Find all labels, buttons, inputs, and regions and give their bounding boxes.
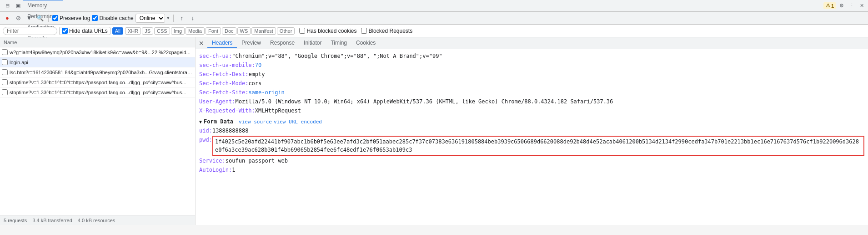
- detail-tab-cookies[interactable]: Cookies: [351, 38, 380, 48]
- detail-tab-timing[interactable]: Timing: [326, 38, 351, 48]
- main-layout: Name w?g=iaht49pw9heymq2p020ha3xhw18kike…: [0, 37, 868, 225]
- header-value: cors: [248, 79, 261, 87]
- devtools-left-icons: ⊟ ▣: [3, 1, 23, 10]
- filter-type-font[interactable]: Font: [206, 27, 221, 35]
- detail-tab-preview[interactable]: Preview: [237, 38, 266, 48]
- blocked-requests-label[interactable]: Blocked Requests: [361, 28, 412, 34]
- detail-content: sec-ch-ua: "Chromium";v="88", "Google Ch…: [196, 49, 868, 225]
- more-menu-icon[interactable]: ⋮: [847, 1, 856, 10]
- funnel-button[interactable]: ▼: [25, 14, 34, 23]
- blocked-requests-checkbox[interactable]: [361, 28, 367, 34]
- detail-tab-initiator[interactable]: Initiator: [299, 38, 326, 48]
- warning-count: 1: [831, 3, 834, 9]
- record-button[interactable]: ●: [3, 14, 12, 23]
- undock-icon[interactable]: ⊟: [3, 1, 12, 10]
- header-row: X-Requested-With: XMLHttpRequest: [199, 107, 864, 115]
- header-value: XMLHttpRequest: [255, 107, 301, 115]
- filter-type-js[interactable]: JS: [142, 27, 153, 35]
- request-item[interactable]: login.api: [0, 57, 195, 67]
- headers-list: sec-ch-ua: "Chromium";v="88", "Google Ch…: [199, 52, 864, 115]
- toolbar-separator-2: [173, 15, 174, 22]
- triangle-icon: ▼: [199, 119, 202, 124]
- blocked-requests-text: Blocked Requests: [368, 28, 412, 34]
- view-url-encoded-link[interactable]: view URL encoded: [274, 119, 322, 125]
- toolbar-separator-1: [48, 15, 49, 22]
- request-count: 5 requests: [4, 218, 27, 223]
- request-item[interactable]: lsc.htm?r=16142306581 84&g=iaht49pw9heym…: [0, 67, 195, 77]
- filter-all-button[interactable]: All: [112, 27, 123, 35]
- network-toolbar: ● ⊘ ▼ 🔍 Preserve log Disable cache Onlin…: [0, 12, 868, 25]
- header-name: sec-ch-ua-mobile:: [199, 61, 255, 69]
- devtools-tab-memory[interactable]: Memory: [23, 0, 63, 11]
- form-data-section[interactable]: ▼ Form Data view source view URL encoded: [199, 118, 864, 125]
- filter-type-xhr[interactable]: XHR: [125, 27, 141, 35]
- settings-icon[interactable]: ⚙: [837, 1, 846, 10]
- detail-tab-response[interactable]: Response: [266, 38, 299, 48]
- filter-type-doc[interactable]: Doc: [222, 27, 236, 35]
- header-value: ?0: [255, 61, 261, 69]
- has-blocked-cookies-text: Has blocked cookies: [306, 28, 356, 34]
- devtools-right-icons: ⚠ 1 ⚙ ⋮ ✕: [823, 1, 866, 10]
- form-data-field-name: uid:: [199, 127, 212, 135]
- warning-badge: ⚠ 1: [823, 2, 836, 9]
- left-panel: Name w?g=iaht49pw9heymq2p020ha3xhw18kike…: [0, 37, 196, 225]
- request-name: login.api: [10, 60, 193, 65]
- disable-cache-label[interactable]: Disable cache: [92, 15, 133, 21]
- filter-type-css[interactable]: CSS: [154, 27, 170, 35]
- header-value: "Chromium";v="88", "Google Chrome";v="88…: [232, 52, 442, 60]
- detail-tab-headers[interactable]: Headers: [207, 38, 237, 48]
- disable-cache-text: Disable cache: [99, 15, 133, 21]
- hide-data-urls-checkbox[interactable]: [62, 28, 68, 34]
- request-item[interactable]: stoptime?v=1.33^b=1^f=0^l=https://passpo…: [0, 77, 195, 87]
- search-button[interactable]: 🔍: [35, 14, 45, 23]
- close-devtools-icon[interactable]: ✕: [857, 1, 866, 10]
- header-value: empty: [248, 70, 265, 78]
- header-name: Sec-Fetch-Dest:: [199, 70, 248, 78]
- disable-cache-checkbox[interactable]: [92, 15, 98, 21]
- hide-data-urls-label[interactable]: Hide data URLs: [59, 27, 110, 35]
- preserve-log-checkbox[interactable]: [52, 15, 58, 21]
- request-item[interactable]: stoptime?v=1.33^b=1^f=0^l=https://passpo…: [0, 87, 195, 97]
- has-blocked-cookies-label[interactable]: Has blocked cookies: [299, 28, 356, 34]
- has-blocked-cookies-checkbox[interactable]: [299, 28, 305, 34]
- close-detail-button[interactable]: ✕: [197, 39, 206, 47]
- request-name: stoptime?v=1.33^b=1^f=0^l=https://passpo…: [10, 90, 193, 95]
- request-checkbox[interactable]: [2, 89, 8, 95]
- filter-input[interactable]: [3, 27, 57, 35]
- filter-type-ws[interactable]: WS: [237, 27, 251, 35]
- form-data-field-value: 13888888888: [212, 127, 248, 135]
- filter-type-other[interactable]: Other: [277, 27, 295, 35]
- password-value-highlighted: 1f4025c5e20afd22441bf907abc1b6b0f5e63ee7…: [212, 136, 864, 156]
- filter-type-manifest[interactable]: Manifest: [251, 27, 276, 35]
- transferred-size: 3.4 kB transferred: [32, 218, 72, 223]
- stop-button[interactable]: ⊘: [14, 14, 23, 23]
- form-data-actions: view source view URL encoded: [239, 119, 322, 125]
- header-row: sec-ch-ua: "Chromium";v="88", "Google Ch…: [199, 52, 864, 60]
- request-checkbox[interactable]: [2, 69, 8, 75]
- header-value: same-origin: [248, 88, 284, 97]
- request-checkbox[interactable]: [2, 49, 8, 55]
- import-button[interactable]: ↑: [177, 14, 186, 23]
- preserve-log-label[interactable]: Preserve log: [52, 15, 90, 21]
- filter-types: XHRJSCSSImgMediaFontDocWSManifestOther: [125, 27, 295, 35]
- form-data-field-name: Service:: [199, 157, 226, 165]
- header-row: User-Agent: Mozilla/5.0 (Windows NT 10.0…: [199, 97, 864, 106]
- request-name: w?g=iaht49pw9heymq2p020ha3xhw18kiketik9&…: [10, 50, 193, 55]
- dock-icon[interactable]: ▣: [14, 1, 23, 10]
- request-list-header: Name: [0, 37, 195, 47]
- throttle-select[interactable]: Online: [135, 14, 165, 23]
- request-item[interactable]: w?g=iaht49pw9heymq2p020ha3xhw18kiketik9&…: [0, 47, 195, 57]
- request-checkbox[interactable]: [2, 59, 8, 65]
- view-source-link[interactable]: view source: [239, 119, 272, 125]
- form-data-row: AutoLogin: 1: [199, 166, 864, 174]
- preserve-log-text: Preserve log: [60, 15, 90, 21]
- form-data-title: Form Data: [204, 118, 233, 125]
- form-data-field-name: pwd:: [199, 136, 212, 144]
- filter-type-img[interactable]: Img: [171, 27, 185, 35]
- export-button[interactable]: ↓: [188, 14, 197, 23]
- form-data-field-value: soufun-passport-web: [226, 157, 288, 165]
- request-items: w?g=iaht49pw9heymq2p020ha3xhw18kiketik9&…: [0, 47, 195, 215]
- header-name: User-Agent:: [199, 97, 235, 106]
- filter-type-media[interactable]: Media: [186, 27, 205, 35]
- request-checkbox[interactable]: [2, 79, 8, 85]
